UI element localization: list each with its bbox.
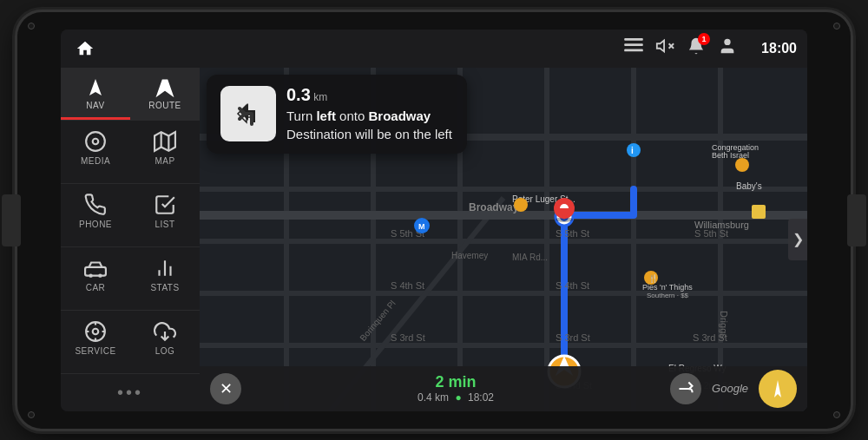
compass-button[interactable] xyxy=(759,370,797,408)
log-label: LOG xyxy=(155,346,175,356)
top-bar: 1 18:00 xyxy=(61,30,807,68)
nav-card: 0.3 km Turn left onto BroadwayDestinatio… xyxy=(207,75,467,154)
map-chevron-button[interactable]: ❯ xyxy=(788,219,807,260)
sidebar-item-media[interactable]: MEDIA xyxy=(61,120,130,175)
service-label: SERVICE xyxy=(75,346,115,356)
sidebar-item-stats[interactable]: STATS xyxy=(130,246,200,302)
screw-top-left xyxy=(28,23,35,30)
route-button[interactable]: ROUTE xyxy=(130,68,200,120)
reroute-button[interactable] xyxy=(670,373,701,404)
map-area[interactable]: S 5th St S 5th St S 5th St S 4th St S 4t… xyxy=(200,68,807,411)
svg-text:Havemey: Havemey xyxy=(451,251,488,260)
sidebar-item-map[interactable]: MAP xyxy=(130,120,200,175)
svg-point-10 xyxy=(93,138,99,144)
svg-text:S 4th St: S 4th St xyxy=(556,280,589,291)
screw-bottom-left xyxy=(28,411,35,418)
screw-top-right xyxy=(833,23,840,30)
svg-text:S 3rd St: S 3rd St xyxy=(391,332,425,343)
close-icon: ✕ xyxy=(220,379,233,398)
svg-text:Williamsburg: Williamsburg xyxy=(694,220,749,230)
menu-icon[interactable] xyxy=(624,38,643,58)
route-details: 0.4 km ● 18:02 xyxy=(418,391,494,404)
google-logo: Google xyxy=(712,382,748,395)
svg-point-21 xyxy=(93,328,99,334)
svg-text:Pies 'n' Thighs: Pies 'n' Thighs xyxy=(642,283,693,292)
svg-text:Beth Israel: Beth Israel xyxy=(712,151,749,160)
device: 1 18:00 xyxy=(17,12,851,429)
svg-point-16 xyxy=(99,274,101,276)
sidebar: NAV ROUTE xyxy=(61,68,200,411)
svg-marker-3 xyxy=(657,41,664,52)
turn-indicator xyxy=(220,86,276,141)
map-bottom-bar: ✕ 2 min 0.4 km ● 18:02 xyxy=(200,366,807,411)
svg-text:S 3rd St: S 3rd St xyxy=(556,332,590,343)
svg-text:Baby's: Baby's xyxy=(736,181,762,191)
route-time: 2 min xyxy=(436,373,477,391)
svg-point-6 xyxy=(724,39,730,45)
stats-label: STATS xyxy=(150,283,179,292)
phone-label: PHONE xyxy=(79,220,112,229)
more-dots: ••• xyxy=(117,383,143,403)
svg-text:S 4th St: S 4th St xyxy=(391,280,424,291)
nav-instruction: Turn left onto BroadwayDestination will … xyxy=(286,107,452,143)
notification-badge: 1 xyxy=(698,33,710,45)
close-navigation-button[interactable]: ✕ xyxy=(210,373,241,404)
sidebar-items: MEDIA MAP xyxy=(61,120,200,373)
chevron-right-icon: ❯ xyxy=(792,231,804,247)
top-bar-icons: 1 18:00 xyxy=(624,36,797,60)
more-button[interactable]: ••• xyxy=(61,373,200,411)
svg-text:Driggs: Driggs xyxy=(719,311,729,338)
mute-icon[interactable] xyxy=(655,36,674,60)
svg-text:S 5th St: S 5th St xyxy=(556,228,589,239)
svg-rect-0 xyxy=(624,38,643,41)
route-info: 2 min 0.4 km ● 18:02 xyxy=(252,373,660,404)
svg-point-68 xyxy=(735,158,749,172)
svg-rect-14 xyxy=(85,266,106,275)
svg-text:i: i xyxy=(631,146,634,155)
main-content: NAV ROUTE xyxy=(61,68,807,411)
svg-point-15 xyxy=(90,274,92,276)
user-icon[interactable] xyxy=(718,36,737,60)
clock: 18:00 xyxy=(761,41,797,56)
screen: 1 18:00 xyxy=(61,30,807,411)
svg-rect-1 xyxy=(624,43,643,46)
active-bar xyxy=(61,117,130,120)
svg-marker-82 xyxy=(774,380,781,397)
sidebar-item-list[interactable]: LIST xyxy=(130,183,200,239)
sidebar-item-phone[interactable]: PHONE xyxy=(61,183,130,239)
svg-point-9 xyxy=(86,132,105,151)
svg-text:Southern · $$: Southern · $$ xyxy=(647,292,689,299)
svg-marker-8 xyxy=(158,80,173,95)
nav-label: NAV xyxy=(86,101,104,110)
map-label: MAP xyxy=(155,156,174,166)
nav-route-row: NAV ROUTE xyxy=(61,68,200,120)
svg-rect-2 xyxy=(624,49,643,52)
list-label: LIST xyxy=(155,220,174,229)
svg-point-67 xyxy=(514,198,528,212)
svg-marker-7 xyxy=(89,79,102,95)
sidebar-item-car[interactable]: CAR xyxy=(61,246,130,302)
nav-distance: 0.3 km xyxy=(286,85,452,105)
sidebar-item-log[interactable]: LOG xyxy=(130,310,200,365)
home-button[interactable] xyxy=(71,35,99,62)
screw-bottom-right xyxy=(833,411,840,418)
media-label: MEDIA xyxy=(81,156,110,166)
svg-text:MIA Rd...: MIA Rd... xyxy=(512,253,548,262)
mount-bracket-left xyxy=(2,194,21,246)
bell-icon[interactable]: 1 xyxy=(687,36,706,60)
route-label: ROUTE xyxy=(148,101,181,110)
car-label: CAR xyxy=(86,283,106,292)
svg-rect-69 xyxy=(752,205,766,219)
sidebar-item-service[interactable]: SERVICE xyxy=(61,310,130,365)
mount-bracket-right xyxy=(847,194,866,246)
svg-point-70 xyxy=(627,143,641,157)
svg-marker-11 xyxy=(155,132,175,151)
nav-button[interactable]: NAV xyxy=(61,68,130,120)
svg-text:M: M xyxy=(418,222,425,231)
